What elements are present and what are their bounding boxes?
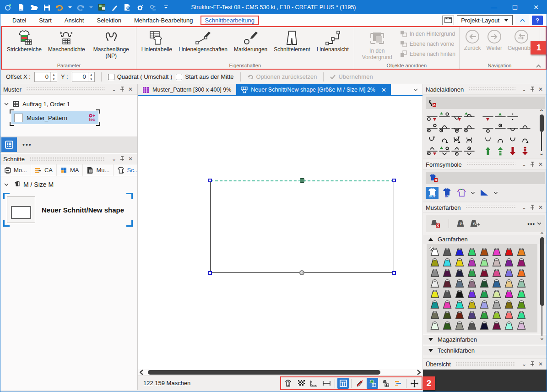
yarn-color-swatch[interactable] — [428, 278, 441, 288]
offset-x-up-icon[interactable]: ▲ — [51, 72, 57, 77]
yarn-color-swatch[interactable] — [453, 246, 466, 256]
musterfarben-scroll-thumb[interactable] — [540, 237, 544, 306]
yarn-color-swatch[interactable] — [453, 320, 466, 330]
scroll-down-icon[interactable]: ⌄ — [539, 151, 544, 156]
schnitte-collapse-chevron-icon[interactable]: ⌄ — [110, 155, 118, 163]
selected-needle-action[interactable] — [426, 97, 545, 109]
needle-action-item[interactable] — [482, 146, 494, 157]
muster-collapse-chevron-icon[interactable]: ⌄ — [110, 85, 118, 93]
yarn-color-swatch[interactable] — [428, 299, 441, 309]
yarn-color-swatch[interactable] — [441, 257, 453, 267]
uebersicht-pin-icon[interactable] — [528, 360, 536, 368]
editor-tab-muster-pattern[interactable]: Muster_Pattern [300 x 400] 9% — [138, 84, 236, 95]
musterfarben-close-icon[interactable]: ✕ — [536, 203, 545, 212]
yarn-color-swatch[interactable] — [490, 257, 503, 267]
yarn-color-swatch[interactable] — [503, 278, 515, 288]
pan-move-icon[interactable] — [409, 378, 420, 389]
musterfarben-collapse-chevron-icon[interactable]: ⌄ — [520, 203, 528, 212]
menu-selektion[interactable]: Selektion — [91, 16, 126, 25]
nadelaktionen-collapse-chevron-icon[interactable]: ⌄ — [520, 85, 528, 93]
yarn-color-swatch[interactable] — [441, 267, 453, 278]
offset-y-stepper[interactable]: 0 ▲▼ — [72, 72, 95, 82]
markierungen-button[interactable]: Markierungen — [231, 28, 271, 54]
formsymbole-pin-icon[interactable] — [528, 160, 536, 169]
yarn-color-swatch[interactable] — [503, 310, 515, 320]
pattern-editor-icon[interactable] — [97, 3, 106, 11]
yarn-color-swatch[interactable] — [490, 246, 503, 256]
yarn-color-swatch[interactable] — [478, 278, 490, 288]
yarn-chart-toggle[interactable] — [367, 378, 378, 389]
nadelaktionen-scrollbar[interactable]: ⌃ ⌄ — [537, 110, 546, 156]
schnitte-close-icon[interactable]: ✕ — [126, 155, 135, 163]
yarn-color-swatch[interactable] — [466, 289, 478, 299]
yarn-color-swatch[interactable] — [428, 267, 441, 278]
muster-close-icon[interactable]: ✕ — [126, 85, 135, 93]
needle-action-item[interactable] — [438, 123, 450, 134]
start-mitte-checkbox[interactable]: Start aus der Mitte — [176, 73, 233, 80]
close-tab-icon[interactable]: ✕ — [381, 87, 386, 93]
scroll-left-icon[interactable] — [138, 369, 145, 376]
color-lines-icon[interactable] — [392, 378, 404, 389]
yarn-color-swatch[interactable] — [453, 299, 466, 309]
needle-action-item[interactable] — [494, 123, 506, 134]
linieneigenschaften-button[interactable]: Linieneigenschaften — [175, 28, 231, 54]
layer-backward-button[interactable]: Ebene nach hinten — [400, 50, 455, 58]
menu-datei[interactable]: Datei — [7, 16, 32, 25]
shape-handle-top-left[interactable] — [208, 179, 212, 182]
needle-action-item[interactable] — [494, 111, 506, 122]
offset-x-down-icon[interactable]: ▼ — [51, 77, 57, 82]
shape-handle-bottom-right[interactable] — [392, 271, 396, 275]
needle-action-item[interactable] — [506, 146, 519, 157]
pen-icon[interactable] — [110, 3, 119, 11]
yarn-color-swatch[interactable] — [515, 267, 527, 278]
yarn-color-swatch[interactable] — [478, 320, 490, 330]
undo-icon[interactable] — [55, 3, 64, 11]
menu-ansicht[interactable]: Ansicht — [59, 16, 90, 25]
yarn-color-swatch[interactable] — [466, 320, 478, 330]
layout-grid-toggle[interactable] — [337, 378, 349, 389]
order-tree-root[interactable]: Auftrag 1, Order 1 — [0, 98, 137, 110]
shape-outline-dropdown-icon[interactable] — [471, 192, 475, 194]
shape-rectangle[interactable] — [210, 181, 394, 273]
yarn-color-swatch[interactable] — [441, 278, 453, 288]
muster-more-button[interactable]: ••• — [22, 141, 32, 148]
yarn-color-swatch[interactable] — [428, 320, 441, 330]
color-p-button[interactable]: P — [456, 219, 466, 228]
muster-pin-icon[interactable] — [118, 85, 126, 93]
gear-icon[interactable] — [136, 3, 144, 11]
zurueck-button[interactable]: Zurück — [461, 28, 484, 53]
needle-action-item[interactable] — [482, 111, 494, 122]
nadelaktionen-scroll-thumb[interactable] — [540, 114, 544, 132]
apply-button[interactable]: Übernehmen — [330, 73, 373, 80]
shape-outline-button[interactable] — [455, 187, 468, 199]
horizontal-scroll-thumb[interactable] — [148, 370, 380, 375]
technikfarben-section-header[interactable]: Technikfarben — [423, 345, 547, 355]
shape-out-button[interactable]: OUT — [426, 187, 439, 199]
yarn-color-swatch[interactable] — [515, 289, 527, 299]
yarn-color-swatch[interactable] — [478, 267, 490, 278]
needle-action-item[interactable] — [426, 123, 438, 134]
needle-action-item[interactable] — [506, 134, 519, 145]
machine-document-icon[interactable] — [123, 3, 131, 11]
linientabelle-button[interactable]: Linientabelle — [138, 28, 175, 54]
yarn-color-swatch[interactable] — [466, 310, 478, 320]
size-group-row[interactable]: M / Size M — [0, 178, 137, 191]
ribbon-collapse-chevron-icon[interactable] — [536, 65, 541, 68]
needle-action-item[interactable] — [463, 111, 475, 122]
menu-mehrfach-bearbeitung[interactable]: Mehrfach-Bearbeitung — [129, 16, 199, 25]
overview-viewport[interactable] — [423, 370, 547, 392]
tab-muster[interactable]: Mu... — [83, 164, 114, 176]
musterfarben-more-button[interactable]: ••• — [527, 220, 541, 227]
formsymbole-close-icon[interactable]: ✕ — [536, 160, 545, 169]
start-mitte-checkbox-box[interactable] — [176, 74, 182, 80]
maschendichte-button[interactable]: Maschendichte — [45, 28, 88, 54]
yarn-color-swatch[interactable] — [515, 257, 527, 267]
yarn-color-swatch[interactable] — [466, 278, 478, 288]
needle-action-item[interactable] — [463, 134, 475, 145]
needle-action-item[interactable] — [426, 134, 438, 145]
needle-action-item[interactable] — [494, 134, 506, 145]
add-color-button[interactable]: S — [470, 219, 480, 228]
cone-table-icon[interactable] — [379, 378, 391, 389]
yarn-color-swatch[interactable] — [441, 246, 453, 256]
menu-start[interactable]: Start — [33, 16, 57, 25]
